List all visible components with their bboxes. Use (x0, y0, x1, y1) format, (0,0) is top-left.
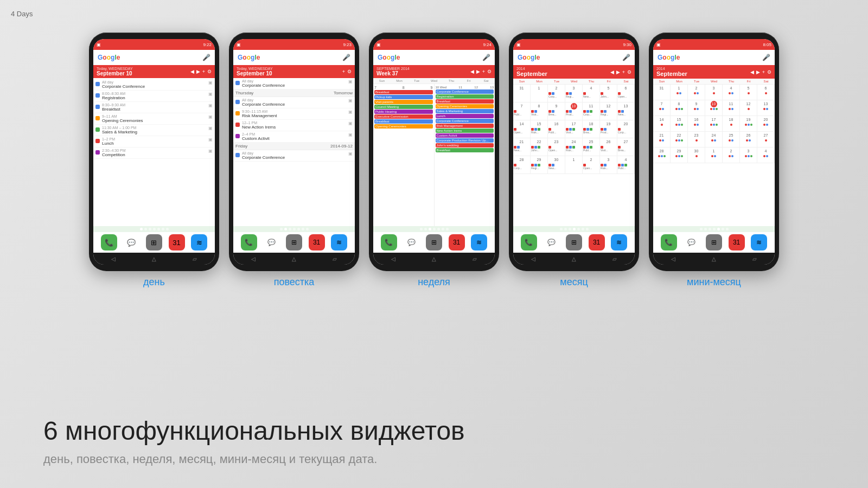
phone-month: ▣9:30 Google 🎤 2014 September ◀▶+⚙ SunMo… (509, 33, 639, 288)
sub-heading: день, повестка, неделя, месяц, мини-меся… (43, 452, 825, 466)
phone-label-mini-month: мини-месяц (687, 277, 741, 288)
phone-day: ▣9:22 Google 🎤 Today, WEDNESDAY Septembe… (89, 33, 219, 288)
phone-label-week: неделя (418, 277, 450, 288)
phone-label-month: месяц (560, 277, 588, 288)
phone-screen-agenda: ▣9:23 Google 🎤 Today, WEDNESDAY Septembe… (233, 39, 355, 265)
phone-agenda: ▣9:23 Google 🎤 Today, WEDNESDAY Septembe… (229, 33, 359, 288)
phone-label-agenda: повестка (274, 277, 315, 288)
phone-screen-mini-month: ▣8:05 Google 🎤 2014 September ◀▶+⚙ SunMo… (653, 39, 775, 265)
phone-screen-month: ▣9:30 Google 🎤 2014 September ◀▶+⚙ SunMo… (513, 39, 635, 265)
bottom-section: 6 многофункциональных виджетов день, пов… (43, 416, 825, 466)
top-bar: 4 Days (0, 0, 868, 27)
phone-body-mini-month: ▣8:05 Google 🎤 2014 September ◀▶+⚙ SunMo… (649, 33, 779, 271)
phone-body-month: ▣9:30 Google 🎤 2014 September ◀▶+⚙ SunMo… (509, 33, 639, 271)
days-label: 4 Days (11, 10, 33, 18)
phone-body-week: ▣9:24 Google 🎤 SEPTEMBER 2014 Week 37 ◀▶… (369, 33, 499, 271)
phones-container: ▣9:22 Google 🎤 Today, WEDNESDAY Septembe… (89, 33, 779, 288)
phone-body-agenda: ▣9:23 Google 🎤 Today, WEDNESDAY Septembe… (229, 33, 359, 271)
phone-screen-day: ▣9:22 Google 🎤 Today, WEDNESDAY Septembe… (93, 39, 215, 265)
phone-screen-week: ▣9:24 Google 🎤 SEPTEMBER 2014 Week 37 ◀▶… (373, 39, 495, 265)
main-heading: 6 многофункциональных виджетов (43, 416, 825, 446)
phone-mini-month: ▣8:05 Google 🎤 2014 September ◀▶+⚙ SunMo… (649, 33, 779, 288)
phone-body-day: ▣9:22 Google 🎤 Today, WEDNESDAY Septembe… (89, 33, 219, 271)
phone-week: ▣9:24 Google 🎤 SEPTEMBER 2014 Week 37 ◀▶… (369, 33, 499, 288)
phone-label-day: день (143, 277, 165, 288)
